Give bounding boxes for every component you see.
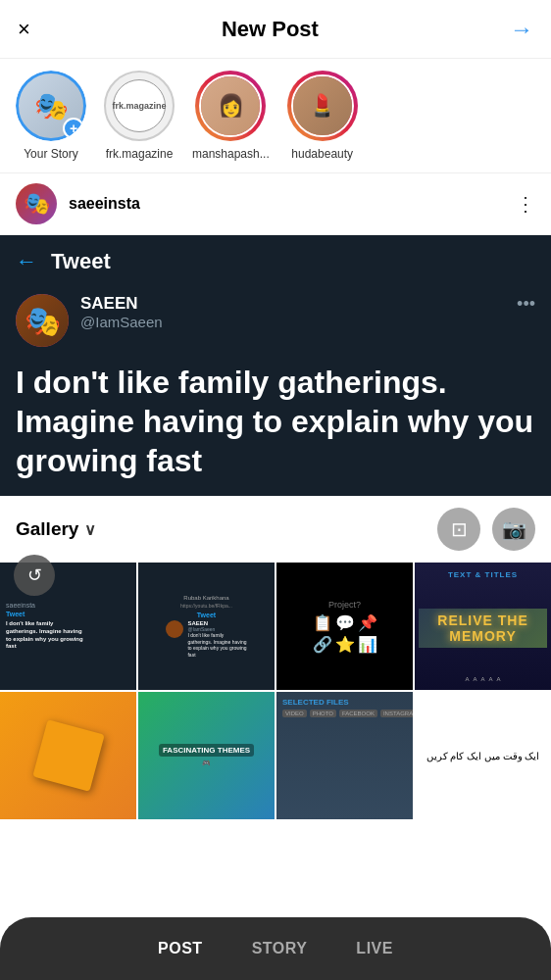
user-avatar: 🎭: [16, 183, 57, 224]
gallery-thumb-dark: Project? 📋💬📌 🔗⭐📊: [276, 563, 413, 690]
gallery-thumb-urdu: ایک وقت میں ایک کام کریں: [415, 692, 551, 819]
gallery-grid: saeeinsta Tweet I don't like familygathe…: [0, 563, 551, 819]
gallery-cell-5[interactable]: [0, 692, 136, 819]
bottom-bar: POST STORY LIVE: [0, 917, 551, 980]
gallery-cell-2[interactable]: Rubab Karikhana https://youtu.be/fRkpa..…: [138, 563, 275, 690]
tweet-author-info: SAEEN @IamSaeen: [80, 294, 505, 330]
tab-live[interactable]: LIVE: [356, 940, 393, 957]
gallery-cell-8[interactable]: ایک وقت میں ایک کام کریں: [415, 692, 551, 819]
story-label-frk-magazine: frk.magazine: [106, 147, 174, 161]
camera-button[interactable]: 📷: [492, 508, 535, 551]
tweet-back-button[interactable]: ←: [16, 249, 37, 274]
story-item-frk-magazine[interactable]: frk.magazine frk.magazine: [104, 71, 175, 161]
options-dots[interactable]: ⋮: [516, 192, 535, 216]
gallery-thumb-selected: SELECTED FILES VIDEO PHOTO FACEBOOK INST…: [276, 692, 413, 819]
gallery-thumb-tweet2: Rubab Karikhana https://youtu.be/fRkpa..…: [138, 563, 275, 690]
page-title: New Post: [222, 17, 319, 42]
story-label-manshapash: manshapash...: [192, 147, 270, 161]
tweet-body: I don't like family gatherings. Imagine …: [0, 355, 551, 496]
story-label-your-story: Your Story: [24, 147, 78, 161]
story-label-hudabeauty: hudabeauty: [291, 147, 353, 161]
gallery-thumb-game: FASCINATING THEMES 🎮: [138, 692, 275, 819]
tweet-title: Tweet: [51, 249, 111, 274]
multiselect-icon: ⊡: [451, 517, 468, 541]
tweet-author-row: 🎭 SAEEN @IamSaeen •••: [0, 284, 551, 355]
gallery-thumb-text-titles: TEXT & TITLES RELIVE THE MEMORY AAAAA: [415, 563, 551, 690]
story-row: 🎭 + Your Story frk.magazine frk.magazine…: [0, 59, 551, 173]
tweet-header: ← Tweet: [0, 235, 551, 284]
gallery-header: Gallery ∨ ⊡ 📷: [0, 496, 551, 563]
gallery-cell-6[interactable]: FASCINATING THEMES 🎮: [138, 692, 275, 819]
magazine-avatar-inner: frk.magazine: [113, 79, 166, 132]
gallery-thumb-yellow: [0, 692, 136, 819]
tweet-author-avatar: 🎭: [16, 294, 69, 347]
next-button[interactable]: →: [510, 16, 533, 43]
story-item-hudabeauty[interactable]: 💄 hudabeauty: [287, 71, 358, 161]
tab-story[interactable]: STORY: [252, 940, 308, 957]
tab-post[interactable]: POST: [158, 940, 203, 957]
tweet-options[interactable]: •••: [517, 294, 535, 315]
camera-icon: 📷: [502, 517, 526, 541]
story-ring-manshapash: 👩: [195, 71, 266, 141]
app-header: × New Post →: [0, 0, 551, 59]
story-item-your-story[interactable]: 🎭 + Your Story: [16, 71, 86, 161]
gallery-icons: ⊡ 📷: [437, 508, 535, 551]
gallery-cell-4[interactable]: TEXT & TITLES RELIVE THE MEMORY AAAAA: [415, 563, 551, 690]
rotate-icon[interactable]: ↺: [14, 555, 55, 596]
user-row: 🎭 saeeinsta ⋮: [0, 173, 551, 235]
close-icon[interactable]: ×: [18, 17, 30, 42]
tweet-author-handle: @IamSaeen: [80, 314, 505, 330]
tweet-author-name: SAEEN: [80, 294, 505, 314]
gallery-dropdown[interactable]: Gallery ∨: [16, 518, 96, 540]
add-story-badge: +: [63, 118, 84, 139]
chevron-down-icon: ∨: [84, 520, 96, 539]
story-ring-hudabeauty: 💄: [287, 71, 358, 141]
tweet-section: ← Tweet 🎭 SAEEN @IamSaeen ••• I don't li…: [0, 235, 551, 496]
story-item-manshapash[interactable]: 👩 manshapash...: [192, 71, 270, 161]
gallery-cell-7[interactable]: SELECTED FILES VIDEO PHOTO FACEBOOK INST…: [276, 692, 413, 819]
gallery-label-text: Gallery: [16, 518, 78, 540]
gallery-cell-3[interactable]: Project? 📋💬📌 🔗⭐📊: [276, 563, 413, 690]
username-label: saeeinsta: [69, 195, 516, 213]
multiselect-button[interactable]: ⊡: [437, 508, 480, 551]
